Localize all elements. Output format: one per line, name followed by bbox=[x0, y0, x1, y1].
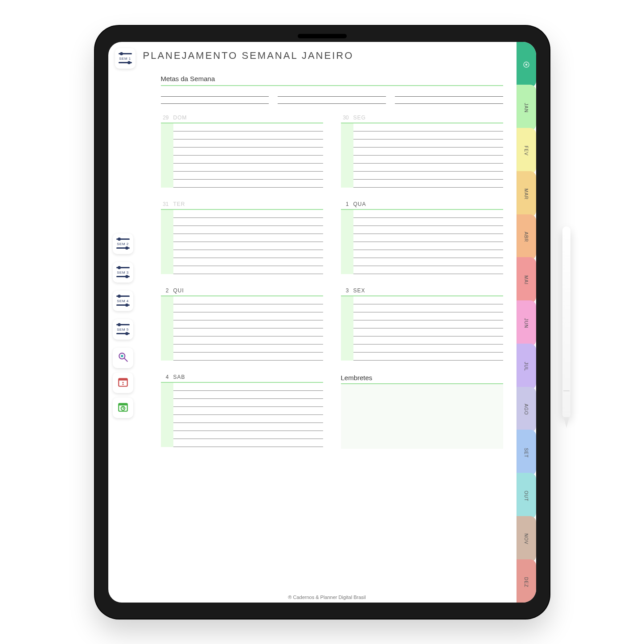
writing-line[interactable] bbox=[173, 383, 323, 391]
writing-line[interactable] bbox=[173, 320, 323, 328]
day-lines[interactable] bbox=[173, 123, 323, 188]
week-button[interactable]: SEM 5 bbox=[113, 319, 133, 340]
writing-line[interactable] bbox=[161, 90, 269, 97]
writing-line[interactable] bbox=[173, 345, 323, 353]
writing-line[interactable] bbox=[173, 123, 323, 131]
writing-line[interactable] bbox=[173, 218, 323, 226]
tab-out[interactable]: OUT bbox=[517, 473, 536, 519]
tab-jan[interactable]: JAN bbox=[517, 85, 536, 131]
sliders-icon bbox=[116, 238, 130, 240]
writing-line[interactable] bbox=[353, 210, 503, 218]
writing-line[interactable] bbox=[173, 156, 323, 164]
writing-line[interactable] bbox=[353, 320, 503, 328]
writing-line[interactable] bbox=[173, 172, 323, 180]
writing-line[interactable] bbox=[173, 415, 323, 423]
tab-mar[interactable]: MAR bbox=[517, 171, 536, 217]
writing-line[interactable] bbox=[353, 296, 503, 304]
writing-line[interactable] bbox=[353, 148, 503, 156]
writing-line[interactable] bbox=[353, 123, 503, 131]
writing-line[interactable] bbox=[353, 234, 503, 242]
writing-line[interactable] bbox=[353, 242, 503, 250]
writing-line[interactable] bbox=[353, 312, 503, 320]
writing-line[interactable] bbox=[353, 328, 503, 336]
writing-line[interactable] bbox=[173, 180, 323, 188]
writing-line[interactable] bbox=[353, 164, 503, 172]
week-button[interactable]: SEM 2 bbox=[113, 234, 133, 254]
writing-line[interactable] bbox=[278, 97, 386, 104]
writing-line[interactable] bbox=[173, 131, 323, 139]
day-lines[interactable] bbox=[353, 296, 503, 361]
writing-line[interactable] bbox=[353, 226, 503, 234]
day-lines[interactable] bbox=[353, 210, 503, 274]
metas-column[interactable] bbox=[161, 90, 269, 104]
writing-line[interactable] bbox=[353, 336, 503, 345]
writing-line[interactable] bbox=[173, 399, 323, 407]
day-gutter bbox=[161, 210, 173, 274]
writing-line[interactable] bbox=[173, 210, 323, 218]
writing-line[interactable] bbox=[353, 156, 503, 164]
writing-line[interactable] bbox=[353, 266, 503, 274]
writing-line[interactable] bbox=[161, 97, 269, 104]
sliders-icon bbox=[116, 247, 130, 249]
tab-jun[interactable]: JUN bbox=[517, 300, 536, 346]
week-button[interactable]: SEM 4 bbox=[113, 291, 133, 311]
writing-line[interactable] bbox=[173, 266, 323, 274]
writing-line[interactable] bbox=[395, 97, 503, 104]
week-button-label: SEM 5 bbox=[117, 328, 129, 332]
writing-line[interactable] bbox=[173, 336, 323, 345]
writing-line[interactable] bbox=[173, 353, 323, 361]
day-lines[interactable] bbox=[173, 210, 323, 274]
writing-line[interactable] bbox=[173, 242, 323, 250]
writing-line[interactable] bbox=[278, 90, 386, 97]
day-lines[interactable] bbox=[353, 123, 503, 188]
tab-dez[interactable]: DEZ bbox=[517, 559, 536, 603]
writing-line[interactable] bbox=[353, 180, 503, 188]
writing-line[interactable] bbox=[173, 250, 323, 258]
writing-line[interactable] bbox=[173, 407, 323, 415]
metas-column[interactable] bbox=[395, 90, 503, 104]
metas-lines[interactable] bbox=[161, 90, 503, 104]
writing-line[interactable] bbox=[353, 250, 503, 258]
tab-nov[interactable]: NOV bbox=[517, 516, 536, 562]
day-of-week: TER bbox=[173, 201, 185, 207]
reminders-box[interactable] bbox=[341, 384, 503, 449]
tab-home[interactable] bbox=[517, 42, 536, 88]
writing-line[interactable] bbox=[173, 391, 323, 399]
writing-line[interactable] bbox=[173, 304, 323, 312]
writing-line[interactable] bbox=[173, 328, 323, 336]
search-target-button[interactable] bbox=[113, 348, 133, 368]
writing-line[interactable] bbox=[353, 353, 503, 361]
week-button[interactable]: SEM 3 bbox=[113, 262, 133, 283]
tab-abr[interactable]: ABR bbox=[517, 214, 536, 260]
writing-line[interactable] bbox=[173, 234, 323, 242]
writing-line[interactable] bbox=[353, 258, 503, 266]
writing-line[interactable] bbox=[353, 131, 503, 139]
writing-line[interactable] bbox=[173, 148, 323, 156]
writing-line[interactable] bbox=[173, 296, 323, 304]
day-lines[interactable] bbox=[173, 383, 323, 447]
writing-line[interactable] bbox=[173, 164, 323, 172]
writing-line[interactable] bbox=[353, 172, 503, 180]
tab-ago[interactable]: AGO bbox=[517, 387, 536, 433]
calendar-timer-button[interactable] bbox=[113, 373, 133, 393]
writing-line[interactable] bbox=[173, 312, 323, 320]
current-week-badge[interactable]: SEM 1 bbox=[115, 48, 135, 69]
writing-line[interactable] bbox=[353, 304, 503, 312]
calendar-alarm-button[interactable] bbox=[113, 398, 133, 418]
writing-line[interactable] bbox=[173, 439, 323, 447]
tab-mai[interactable]: MAI bbox=[517, 257, 536, 303]
writing-line[interactable] bbox=[173, 226, 323, 234]
writing-line[interactable] bbox=[353, 345, 503, 353]
day-lines[interactable] bbox=[173, 296, 323, 361]
writing-line[interactable] bbox=[173, 431, 323, 439]
writing-line[interactable] bbox=[395, 90, 503, 97]
tab-fev[interactable]: FEV bbox=[517, 128, 536, 174]
writing-line[interactable] bbox=[173, 139, 323, 148]
writing-line[interactable] bbox=[353, 218, 503, 226]
metas-column[interactable] bbox=[278, 90, 386, 104]
tab-jul[interactable]: JUL bbox=[517, 344, 536, 390]
writing-line[interactable] bbox=[173, 423, 323, 431]
writing-line[interactable] bbox=[353, 139, 503, 148]
tab-set[interactable]: SET bbox=[517, 430, 536, 476]
writing-line[interactable] bbox=[173, 258, 323, 266]
